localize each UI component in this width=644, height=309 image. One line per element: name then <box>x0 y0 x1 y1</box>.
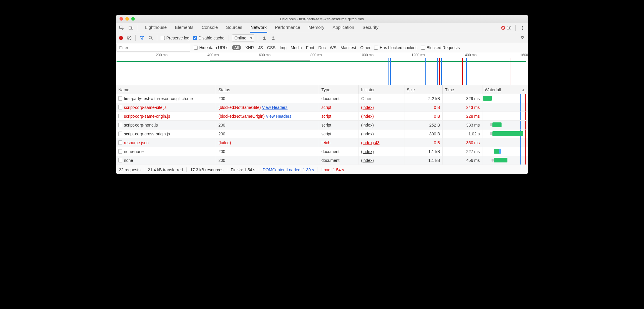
status-text: 200 <box>218 96 225 101</box>
filter-bar: Hide data URLs AllXHRJSCSSImgMediaFontDo… <box>116 43 528 52</box>
filter-input[interactable] <box>117 44 190 51</box>
request-row[interactable]: resource.json(failed)fetch(index):430 B3… <box>116 138 528 147</box>
request-name: none-none <box>124 149 144 154</box>
request-row[interactable]: none200document(index)1.1 kB456 ms <box>116 156 528 165</box>
initiator-link[interactable]: (index) <box>361 114 374 119</box>
waterfall-cell <box>482 147 528 156</box>
request-name: none <box>124 158 133 163</box>
column-name[interactable]: Name <box>116 85 216 94</box>
tab-lighthouse[interactable]: Lighthouse <box>145 23 167 33</box>
type-filter-manifest[interactable]: Manifest <box>341 45 356 50</box>
throttling-select[interactable]: Online <box>232 34 254 41</box>
divider <box>138 25 138 31</box>
disable-cache-checkbox[interactable]: Disable cache <box>193 36 225 40</box>
file-icon <box>118 132 122 136</box>
sort-indicator: ▲ <box>521 87 525 92</box>
size-cell: 0 B <box>404 138 443 147</box>
blocked-requests-checkbox[interactable]: Blocked Requests <box>421 45 460 50</box>
initiator-link[interactable]: (index) <box>361 132 374 136</box>
error-count-badge[interactable]: 10 <box>501 26 511 30</box>
divider <box>135 35 136 41</box>
size-cell: 2.2 kB <box>404 94 443 103</box>
request-row[interactable]: script-corp-none.js200script(index)252 B… <box>116 121 528 129</box>
tab-network[interactable]: Network <box>250 23 267 33</box>
tab-memory[interactable]: Memory <box>308 23 325 33</box>
has-blocked-cookies-checkbox[interactable]: Has blocked cookies <box>374 45 417 50</box>
view-headers-link[interactable]: View Headers <box>262 105 288 110</box>
type-filter-media[interactable]: Media <box>291 45 302 50</box>
initiator-link[interactable]: (index):43 <box>361 140 379 145</box>
svg-rect-2 <box>132 27 133 29</box>
column-status[interactable]: Status <box>216 85 319 94</box>
error-count: 10 <box>507 26 511 30</box>
download-icon[interactable] <box>270 35 276 41</box>
record-button[interactable] <box>119 36 123 40</box>
panel-tabs: LighthouseElementsConsoleSourcesNetworkP… <box>145 23 379 33</box>
initiator-link[interactable]: (index) <box>361 105 374 110</box>
overview-timeline[interactable]: 200 ms400 ms600 ms800 ms1000 ms1200 ms14… <box>116 52 528 85</box>
status-text: 200 <box>218 123 225 127</box>
svg-point-6 <box>522 29 523 30</box>
column-size[interactable]: Size <box>404 85 443 94</box>
column-initiator[interactable]: Initiator <box>359 85 404 94</box>
request-name: resource.json <box>124 140 149 145</box>
upload-icon[interactable] <box>262 35 267 41</box>
network-toolbar: Preserve log Disable cache Online <box>116 33 528 43</box>
initiator-cell: Other <box>359 94 404 103</box>
file-icon <box>118 140 122 145</box>
minimize-dot[interactable] <box>125 17 129 21</box>
request-row[interactable]: script-corp-same-origin.js(blocked:NotSa… <box>116 112 528 121</box>
status-text: 200 <box>218 132 225 136</box>
type-filter-css[interactable]: CSS <box>267 45 275 50</box>
close-dot[interactable] <box>119 17 123 21</box>
column-type[interactable]: Type <box>319 85 359 94</box>
column-time[interactable]: Time <box>443 85 482 94</box>
type-filter-js[interactable]: JS <box>258 45 263 50</box>
type-filter-all[interactable]: All <box>232 45 241 50</box>
tab-application[interactable]: Application <box>332 23 355 33</box>
tab-elements[interactable]: Elements <box>174 23 194 33</box>
time-cell: 227 ms <box>443 147 482 156</box>
zoom-dot[interactable] <box>131 17 135 21</box>
initiator-link[interactable]: (index) <box>361 158 374 163</box>
tab-console[interactable]: Console <box>201 23 218 33</box>
time-cell: 243 ms <box>443 103 482 112</box>
request-row[interactable]: script-corp-cross-origin.js200script(ind… <box>116 129 528 138</box>
status-text: 200 <box>218 158 225 163</box>
filter-icon[interactable] <box>139 35 145 41</box>
type-filter-font[interactable]: Font <box>306 45 314 50</box>
initiator-link[interactable]: (index) <box>361 123 374 127</box>
clear-icon[interactable] <box>127 35 132 41</box>
request-name: script-corp-none.js <box>124 123 158 127</box>
type-filter-xhr[interactable]: XHR <box>245 45 254 50</box>
type-filter-doc[interactable]: Doc <box>318 45 326 50</box>
overview-tick: 200 ms <box>156 53 167 57</box>
tab-performance[interactable]: Performance <box>274 23 301 33</box>
request-row[interactable]: script-corp-same-site.js(blocked:NotSame… <box>116 103 528 112</box>
inspect-icon[interactable] <box>119 25 124 31</box>
column-waterfall[interactable]: Waterfall▲ <box>482 85 528 94</box>
gear-icon[interactable] <box>520 35 525 41</box>
devtools-window: DevTools - first-party-test-with-resourc… <box>116 15 528 174</box>
request-row[interactable]: first-party-test-with-resource.glitch.me… <box>116 94 528 103</box>
view-headers-link[interactable]: View Headers <box>266 114 291 119</box>
more-icon[interactable] <box>520 25 525 31</box>
tab-sources[interactable]: Sources <box>225 23 243 33</box>
hide-data-urls-checkbox[interactable]: Hide data URLs <box>194 45 228 50</box>
search-icon[interactable] <box>148 35 153 41</box>
device-icon[interactable] <box>128 25 134 31</box>
table-body[interactable]: first-party-test-with-resource.glitch.me… <box>116 94 528 165</box>
overview-tick: 1200 ms <box>411 53 425 57</box>
type-filter-img[interactable]: Img <box>280 45 286 50</box>
waterfall-cell <box>482 112 528 120</box>
divider <box>157 35 157 41</box>
type-filter-other[interactable]: Other <box>360 45 371 50</box>
type-filter-ws[interactable]: WS <box>330 45 337 50</box>
tab-security[interactable]: Security <box>362 23 379 33</box>
status-text: (failed) <box>218 140 231 145</box>
request-row[interactable]: none-none200document(index)1.1 kB227 ms <box>116 147 528 156</box>
svg-point-8 <box>149 36 152 39</box>
preserve-log-checkbox[interactable]: Preserve log <box>161 36 190 40</box>
titlebar[interactable]: DevTools - first-party-test-with-resourc… <box>116 15 528 23</box>
initiator-link[interactable]: (index) <box>361 149 374 154</box>
